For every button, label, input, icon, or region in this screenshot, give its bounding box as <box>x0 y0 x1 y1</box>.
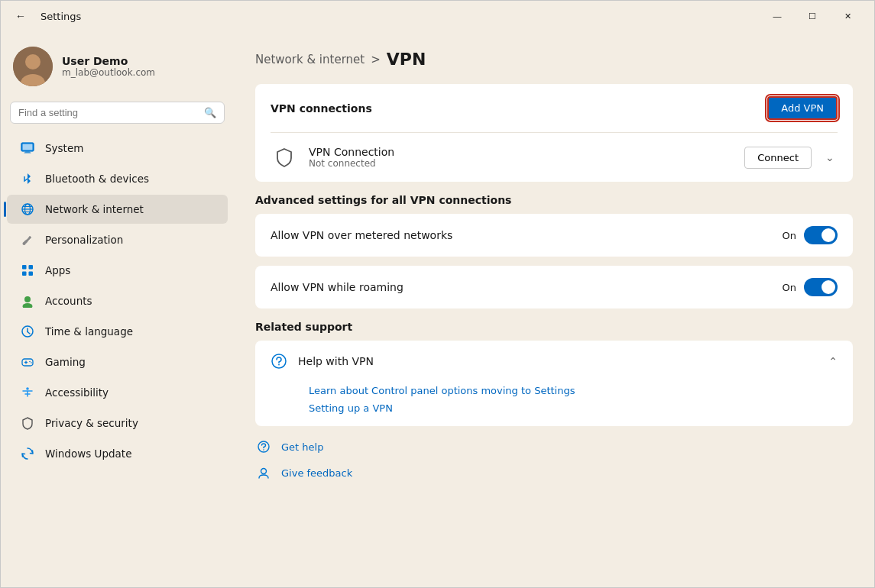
user-section: User Demo m_lab@outlook.com <box>1 37 234 99</box>
help-links: Learn about Control panel options moving… <box>255 382 853 426</box>
back-button[interactable]: ← <box>10 5 31 27</box>
add-vpn-button[interactable]: Add VPN <box>767 96 838 120</box>
update-icon <box>19 445 36 462</box>
close-button[interactable]: ✕ <box>830 4 865 28</box>
breadcrumb-parent[interactable]: Network & internet <box>255 53 365 66</box>
settings-window: ← Settings — ☐ ✕ User Demo <box>0 0 875 588</box>
user-name: User Demo <box>62 55 155 67</box>
allow-metered-toggle[interactable] <box>804 226 838 244</box>
get-help-icon <box>255 438 272 455</box>
breadcrumb-current: VPN <box>387 50 426 69</box>
sidebar-label-update: Windows Update <box>45 447 131 460</box>
content-area: User Demo m_lab@outlook.com 🔍 System <box>1 31 874 587</box>
account-icon <box>19 292 36 309</box>
bluetooth-icon <box>19 170 36 187</box>
sidebar-label-personalization: Personalization <box>45 234 123 246</box>
sidebar-item-privacy[interactable]: Privacy & security <box>7 409 228 438</box>
brush-icon <box>19 231 36 248</box>
vpn-connections-label: VPN connections <box>271 102 372 115</box>
svg-point-26 <box>29 361 31 363</box>
vpn-connection-status: Not connected <box>309 158 734 169</box>
titlebar-controls: ← Settings <box>10 5 81 27</box>
get-help-action[interactable]: Get help <box>255 438 853 455</box>
help-title: Help with VPN <box>298 355 374 367</box>
svg-point-33 <box>261 469 267 474</box>
allow-metered-label: Allow VPN over metered networks <box>271 229 452 241</box>
give-feedback-label: Give feedback <box>281 467 352 479</box>
sidebar-item-accessibility[interactable]: Accessibility <box>7 378 228 407</box>
clock-icon <box>19 323 36 340</box>
search-box[interactable]: 🔍 <box>10 102 225 124</box>
monitor-icon <box>19 140 36 157</box>
maximize-button[interactable]: ☐ <box>795 4 830 28</box>
svg-point-19 <box>23 303 33 308</box>
allow-roaming-toggle[interactable] <box>804 278 838 296</box>
sidebar-label-time: Time & language <box>45 325 133 338</box>
help-link-0[interactable]: Learn about Control panel options moving… <box>309 385 838 396</box>
sidebar-item-personalization[interactable]: Personalization <box>7 225 228 254</box>
sidebar-item-bluetooth[interactable]: Bluetooth & devices <box>7 164 228 193</box>
sidebar-item-system[interactable]: System <box>7 134 228 163</box>
minimize-button[interactable]: — <box>760 4 795 28</box>
gaming-icon <box>19 354 36 370</box>
user-info: User Demo m_lab@outlook.com <box>62 55 155 78</box>
help-collapse-icon: ⌃ <box>828 355 838 367</box>
help-header-left: Help with VPN <box>271 353 374 370</box>
svg-rect-16 <box>22 272 27 276</box>
give-feedback-action[interactable]: Give feedback <box>255 464 853 481</box>
allow-roaming-label: Allow VPN while roaming <box>271 281 403 293</box>
sidebar-item-network[interactable]: Network & internet <box>7 195 228 224</box>
window-controls: — ☐ ✕ <box>760 4 865 28</box>
accessibility-icon <box>19 384 36 401</box>
sidebar-item-time[interactable]: Time & language <box>7 317 228 346</box>
allow-metered-toggle-group: On <box>783 226 838 244</box>
main-content: Network & internet > VPN VPN connections… <box>234 31 874 587</box>
help-vpn-icon <box>271 353 287 370</box>
advanced-settings-title: Advanced settings for all VPN connection… <box>255 194 853 206</box>
svg-line-22 <box>28 332 30 334</box>
sidebar-item-gaming[interactable]: Gaming <box>7 347 228 376</box>
allow-metered-card: Allow VPN over metered networks On <box>255 214 853 257</box>
give-feedback-icon <box>255 464 272 481</box>
get-help-label: Get help <box>281 441 323 453</box>
breadcrumb-separator: > <box>371 53 381 66</box>
vpn-shield-icon <box>271 144 298 171</box>
sidebar-label-accessibility: Accessibility <box>45 386 109 399</box>
window-title: Settings <box>41 11 81 22</box>
vpn-connection-row: VPN Connection Not connected Connect ⌄ <box>255 133 853 182</box>
shield-icon <box>19 415 36 431</box>
svg-rect-14 <box>22 265 27 270</box>
svg-rect-5 <box>23 144 33 150</box>
expand-vpn-button[interactable]: ⌄ <box>822 148 838 166</box>
svg-point-27 <box>31 362 32 363</box>
svg-rect-6 <box>25 152 30 153</box>
allow-roaming-row: Allow VPN while roaming On <box>255 266 853 309</box>
titlebar: ← Settings — ☐ ✕ <box>1 1 874 31</box>
svg-point-18 <box>24 296 31 302</box>
sidebar-item-accounts[interactable]: Accounts <box>7 286 228 315</box>
help-link-1[interactable]: Setting up a VPN <box>309 402 838 414</box>
sidebar: User Demo m_lab@outlook.com 🔍 System <box>1 31 234 587</box>
svg-rect-17 <box>29 272 34 276</box>
help-header[interactable]: Help with VPN ⌃ <box>255 341 853 382</box>
allow-metered-state: On <box>783 230 796 241</box>
svg-point-13 <box>23 242 26 245</box>
bottom-actions: Get help Give feedback <box>255 438 853 493</box>
svg-point-28 <box>26 387 29 390</box>
vpn-connections-header: VPN connections Add VPN <box>255 84 853 132</box>
sidebar-item-update[interactable]: Windows Update <box>7 439 228 468</box>
svg-point-29 <box>272 354 286 368</box>
connect-button[interactable]: Connect <box>744 147 812 169</box>
sidebar-label-privacy: Privacy & security <box>45 417 138 429</box>
vpn-connection-name: VPN Connection <box>309 146 734 158</box>
vpn-connections-card: VPN connections Add VPN VPN Connection N… <box>255 84 853 182</box>
sidebar-item-apps[interactable]: Apps <box>7 256 228 285</box>
search-input[interactable] <box>18 107 198 118</box>
globe-icon <box>19 201 36 218</box>
related-support-title: Related support <box>255 321 853 333</box>
allow-metered-row: Allow VPN over metered networks On <box>255 214 853 257</box>
svg-point-32 <box>263 449 264 451</box>
sidebar-label-accounts: Accounts <box>45 295 92 307</box>
search-icon: 🔍 <box>204 107 216 118</box>
allow-roaming-state: On <box>783 282 796 293</box>
